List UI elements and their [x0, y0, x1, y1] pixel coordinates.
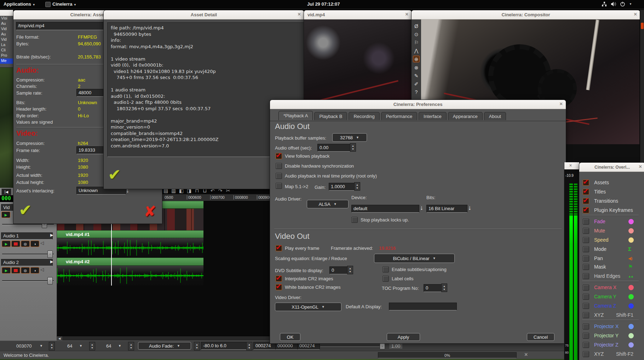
- resources-item[interactable]: Cli: [0, 48, 13, 53]
- asset-detail-ok-button[interactable]: ✔: [108, 168, 121, 182]
- compositor-titlebar[interactable]: Cinelerra: Compositor ×: [412, 10, 640, 19]
- fader-knob[interactable]: =: [47, 277, 53, 285]
- overlay-projector-y-checkbox[interactable]: [583, 333, 589, 339]
- playback-buffer-dropdown[interactable]: 32768▼: [332, 133, 367, 142]
- video-play-toggle[interactable]: ▶: [1, 212, 10, 218]
- fade-range-field[interactable]: -80.0 to 6.0: [201, 342, 247, 350]
- label-cells-checkbox[interactable]: [383, 276, 389, 282]
- sample-zoom-spinner[interactable]: ▲▼: [89, 342, 95, 350]
- duration-zoom-value[interactable]: 003070: [16, 343, 31, 349]
- audio2-track-name[interactable]: Audio 2: [1, 259, 53, 266]
- overlay-projector-x-checkbox[interactable]: [583, 324, 589, 330]
- video-driver-dropdown[interactable]: X11-OpenGL▼: [275, 303, 341, 311]
- scroll-left-arrow[interactable]: ◀: [57, 336, 62, 341]
- overlay-mode-checkbox[interactable]: [583, 246, 589, 252]
- close-icon[interactable]: ×: [405, 11, 408, 17]
- overlay-fade-checkbox[interactable]: [583, 219, 589, 225]
- bits-field[interactable]: 16 Bit Linear: [426, 205, 467, 213]
- selection-spinner[interactable]: ▲▼: [246, 342, 252, 350]
- network-icon[interactable]: [602, 1, 607, 8]
- enable-subtitles-checkbox[interactable]: [383, 266, 389, 272]
- overlay-mute-checkbox[interactable]: [583, 228, 589, 234]
- audio1-play-toggle[interactable]: ▶: [2, 241, 11, 247]
- audio2-clip-header[interactable]: vid.mp4 #2: [57, 258, 203, 266]
- audio2-draw-toggle[interactable]: ◑: [30, 267, 39, 274]
- overlay-hard-edges-checkbox[interactable]: [583, 273, 589, 279]
- tab-interface[interactable]: Interface: [419, 112, 447, 120]
- dvd-subtitle-field[interactable]: 0: [329, 266, 349, 274]
- tab-playback-b[interactable]: Playback B: [314, 112, 347, 120]
- volume-icon[interactable]: [611, 1, 616, 8]
- audio-offset-spinner[interactable]: ▲▼: [350, 143, 356, 152]
- tab-about[interactable]: About: [484, 112, 506, 120]
- disable-hw-checkbox[interactable]: [276, 163, 282, 169]
- protect-video-icon[interactable]: Ø: [413, 23, 419, 29]
- eyedropper-icon[interactable]: ✐: [413, 81, 419, 87]
- projector-icon[interactable]: ⊗: [413, 64, 419, 71]
- gain-field[interactable]: 1.0000: [329, 183, 356, 191]
- clock[interactable]: Jul 29 07:12:07: [307, 1, 340, 7]
- power-icon[interactable]: [620, 1, 625, 8]
- ok-button[interactable]: OK: [280, 333, 300, 341]
- caret-icon[interactable]: ▼: [40, 344, 43, 348]
- close-icon[interactable]: ×: [634, 11, 637, 17]
- audio1-record-toggle[interactable]: [11, 241, 20, 247]
- realtime-priority-checkbox[interactable]: [276, 173, 282, 179]
- close-icon[interactable]: ×: [569, 163, 572, 168]
- ruler-icon[interactable]: ⋀: [413, 47, 419, 54]
- audio1-fader[interactable]: =: [2, 254, 54, 254]
- tab-recording[interactable]: Recording: [349, 112, 379, 120]
- resources-item-media-selected[interactable]: Me: [0, 58, 13, 64]
- sample-zoom-value[interactable]: 64: [67, 343, 72, 349]
- tab-performance[interactable]: Performance: [381, 112, 417, 120]
- audio2-expand-arrow[interactable]: ▶: [50, 259, 53, 264]
- audio2-waveform[interactable]: [57, 266, 203, 286]
- automation-type-dropdown[interactable]: Audio Fade:▼: [138, 342, 191, 350]
- scaling-equation-dropdown[interactable]: BiCubic / BiLinear▼: [374, 254, 455, 263]
- viewer-titlebar[interactable]: vid.mp4 ×: [304, 10, 412, 19]
- applications-menu[interactable]: Applications ▼: [4, 1, 35, 7]
- overlay-assets-checkbox[interactable]: [583, 180, 589, 186]
- tool-info-icon[interactable]: ?: [413, 89, 419, 95]
- close-icon[interactable]: ×: [559, 101, 563, 106]
- audio1-expand-arrow[interactable]: ▶: [50, 233, 53, 237]
- timeline-scrollbar[interactable]: ◀: [57, 336, 270, 341]
- asset-cancel-button[interactable]: ✘: [144, 204, 156, 219]
- audio2-play-toggle[interactable]: ▶: [2, 267, 11, 274]
- audio1-mute-speaker-icon[interactable]: ◁: [40, 240, 44, 246]
- camera-icon[interactable]: ⊕: [413, 56, 420, 62]
- overlay-camera-y-checkbox[interactable]: [583, 294, 589, 300]
- resources-item[interactable]: Au: [0, 32, 13, 37]
- audio1-waveform[interactable]: [57, 238, 203, 258]
- tab-playback-a[interactable]: *Playback A: [278, 111, 313, 120]
- device-down-arrow[interactable]: ↓: [420, 204, 423, 212]
- overlay-plugin-keyframes-checkbox[interactable]: [583, 207, 589, 213]
- magnify-icon[interactable]: ⊙: [413, 31, 419, 37]
- device-field[interactable]: default: [351, 205, 419, 213]
- default-a-display-field[interactable]: [389, 303, 457, 310]
- cancel-button[interactable]: Cancel: [527, 333, 554, 341]
- resources-item[interactable]: Pro: [0, 53, 13, 58]
- caret-icon[interactable]: ▼: [118, 344, 121, 348]
- video-fader[interactable]: =: [2, 224, 54, 225]
- fade-range-spinner[interactable]: ▲▼: [194, 342, 200, 350]
- overlay-pan-checkbox[interactable]: [583, 255, 589, 261]
- asset-ok-button[interactable]: ✔: [19, 203, 32, 217]
- progress-cancel-icon[interactable]: ×: [524, 351, 528, 358]
- close-icon[interactable]: ×: [298, 11, 301, 17]
- gain-spinner[interactable]: ▲▼: [354, 182, 360, 191]
- audio-offset-field[interactable]: 0.00: [317, 144, 351, 152]
- toc-program-spinner[interactable]: ▲▼: [441, 283, 447, 292]
- overlay-camera-z-checkbox[interactable]: [583, 303, 589, 309]
- asset-detail-titlebar[interactable]: Asset Detail ×: [104, 10, 304, 19]
- fader-knob[interactable]: =: [47, 251, 53, 258]
- preferences-titlebar[interactable]: Cinelerra: Preferences ×: [270, 100, 566, 109]
- transport-rewind-button[interactable]: |◀: [1, 189, 11, 195]
- audio1-clip-header[interactable]: vid.mp4 #1: [57, 230, 203, 238]
- play-every-frame-checkbox[interactable]: [276, 245, 282, 251]
- audio-driver-dropdown[interactable]: ALSA▼: [307, 200, 349, 208]
- bits-down-arrow[interactable]: ↓: [468, 204, 471, 212]
- overlay-camera-xyz-checkbox[interactable]: [583, 312, 589, 318]
- audio2-fader[interactable]: =: [2, 280, 54, 281]
- close-icon[interactable]: ×: [639, 164, 642, 169]
